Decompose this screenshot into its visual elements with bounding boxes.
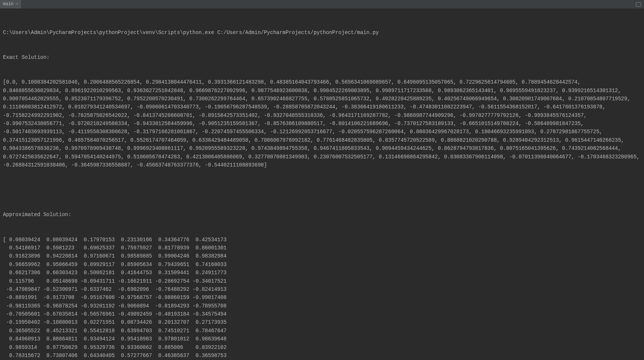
exact-solution-header: Exact Solution:: [3, 53, 641, 61]
approx-solution-header: Approximated Solution:: [3, 211, 641, 219]
screen-icon[interactable]: [636, 2, 641, 7]
close-icon[interactable]: ×: [16, 1, 18, 8]
console-output[interactable]: C:\Users\Admin\PycharmProjects\pythonPro…: [0, 9, 644, 360]
exact-solution-values: [0.0, 0.1008384202581046, 0.200648856522…: [3, 78, 641, 169]
tab-label: main: [3, 1, 14, 8]
tab-bar-right: [636, 2, 644, 7]
tab-main[interactable]: main ×: [0, 0, 21, 9]
tab-bar: main ×: [0, 0, 644, 9]
approx-solution-values: [ 0.08039424 0.08039424 0.17970153 0.231…: [3, 236, 641, 360]
blank-line: [3, 186, 641, 194]
command-line: C:\Users\Admin\PycharmProjects\pythonPro…: [3, 28, 641, 37]
